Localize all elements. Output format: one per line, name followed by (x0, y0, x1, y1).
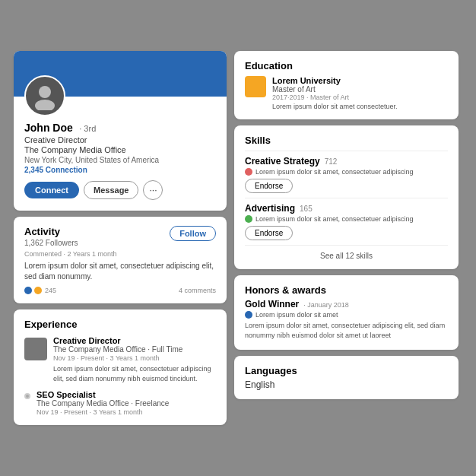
svg-point-1 (35, 100, 55, 110)
honor-award-title: Gold Winner (245, 299, 299, 309)
activity-footer: 245 4 comments (24, 287, 216, 294)
connect-button[interactable]: Connect (24, 182, 79, 198)
reaction-dots (24, 287, 42, 294)
skill-count-0: 712 (325, 157, 338, 166)
comments-count: 4 comments (179, 287, 216, 294)
profile-name-row: John Doe · 3rd (24, 121, 216, 135)
skill-desc-text-1: Lorem ipsum dolor sit amet, consectetuer… (255, 215, 414, 223)
skill-item-1: Advertising 165 Lorem ipsum dolor sit am… (245, 203, 448, 240)
activity-card: Activity 1,362 Followers Follow Commente… (14, 217, 227, 303)
honors-card: Honors & awards Gold Winner · January 20… (234, 275, 459, 349)
profile-location: New York City, United States of America (24, 156, 216, 164)
see-all-skills[interactable]: See all 12 skills (245, 252, 448, 260)
follow-button[interactable]: Follow (170, 226, 216, 241)
honor-short-desc: Lorem ipsum dolor sit amet (255, 311, 338, 319)
profile-connections[interactable]: 2,345 Connection (24, 166, 216, 174)
honor-item: Gold Winner · January 2018 Lorem ipsum d… (245, 299, 448, 340)
edu-school: Lorem University (272, 76, 398, 85)
profile-card: John Doe · 3rd Creative Director The Com… (14, 51, 227, 211)
experience-dot-1 (24, 393, 30, 399)
more-icon: ··· (149, 185, 157, 195)
activity-title: Activity (24, 226, 78, 237)
skill-desc-0: Lorem ipsum dolor sit amet, consectetuer… (245, 168, 448, 176)
experience-item-1: SEO Specialist The Company Media Office … (24, 390, 216, 416)
reaction-dot-blue (24, 287, 32, 294)
left-panel: John Doe · 3rd Creative Director The Com… (14, 51, 227, 424)
profile-actions: Connect Message ··· (24, 180, 216, 200)
languages-title: Languages (245, 365, 448, 376)
exp-date-1: Nov 19 · Present · 3 Years 1 month (36, 408, 169, 416)
skill-dot-red-0 (245, 168, 252, 176)
honor-date: · January 2018 (303, 301, 349, 309)
profile-title: Creative Director (24, 135, 216, 144)
skill-item-0: Creative Strategy 712 Lorem ipsum dolor … (245, 156, 448, 193)
skill-name-0: Creative Strategy (245, 156, 320, 167)
reaction-count: 245 (45, 287, 56, 294)
profile-degree: · 3rd (79, 124, 96, 133)
exp-job-title-1: SEO Specialist (36, 390, 169, 399)
exp-date-0: Nov 19 · Present · 3 Years 1 month (53, 354, 216, 362)
exp-company-0: The Company Media Office · Full Time (53, 345, 216, 354)
experience-title: Experience (24, 319, 216, 330)
message-button[interactable]: Message (84, 181, 138, 199)
exp-company-1: The Company Media Office · Freelance (36, 399, 169, 408)
honors-title: Honors & awards (245, 284, 448, 296)
edu-degree: Master of Art (272, 85, 398, 94)
endorse-button-0[interactable]: Endorse (245, 179, 293, 193)
edu-desc: Lorem ipsum dolor sit amet consectetuer. (272, 103, 398, 110)
skill-desc-1: Lorem ipsum dolor sit amet, consectetuer… (245, 215, 448, 223)
exp-job-title-0: Creative Director (53, 336, 216, 345)
profile-company: The Company Media Office (24, 145, 216, 154)
languages-card: Languages English (234, 356, 459, 399)
experience-item-0: Creative Director The Company Media Offi… (24, 336, 216, 383)
education-title: Education (245, 60, 448, 71)
svg-point-0 (39, 86, 51, 98)
profile-name: John Doe (24, 122, 73, 134)
avatar-wrap (24, 75, 216, 116)
more-button[interactable]: ··· (143, 180, 163, 200)
skills-title: Skills (245, 135, 448, 146)
skills-card: Skills Creative Strategy 712 Lorem ipsum… (234, 125, 459, 269)
activity-text: Lorem ipsum dolor sit amet, consectetuer… (24, 261, 216, 282)
activity-followers: 1,362 Followers (24, 239, 78, 247)
education-card: Education Lorem University Master of Art… (234, 51, 459, 119)
edu-date: 2017·2019 · Master of Art (272, 94, 398, 101)
skill-desc-text-0: Lorem ipsum dolor sit amet, consectetuer… (255, 168, 414, 176)
education-icon (245, 76, 266, 97)
exp-desc-0: Lorem ipsum dolor sit amet, consectetuer… (53, 364, 216, 383)
languages-value: English (245, 379, 448, 390)
honor-title-row: Gold Winner · January 2018 (245, 299, 448, 309)
skills-divider-1 (245, 198, 448, 198)
skill-dot-green-1 (245, 215, 252, 223)
avatar (24, 75, 65, 116)
experience-card: Experience Creative Director The Company… (14, 309, 227, 424)
education-item: Lorem University Master of Art 2017·2019… (245, 76, 448, 110)
skill-count-1: 165 (300, 205, 313, 213)
skills-divider-top (245, 151, 448, 151)
honor-long-desc: Lorem ipsum dolor sit amet, consectetuer… (245, 321, 448, 340)
skill-name-1: Advertising (245, 203, 295, 214)
skills-divider-bottom (245, 245, 448, 246)
right-panel: Education Lorem University Master of Art… (234, 51, 459, 424)
reaction-dot-orange (34, 287, 42, 294)
honor-dot-blue (245, 311, 252, 319)
endorse-button-1[interactable]: Endorse (245, 226, 293, 240)
honor-desc-row: Lorem ipsum dolor sit amet (245, 311, 448, 319)
activity-meta: Commented · 2 Years 1 month (24, 250, 216, 258)
experience-icon-0 (24, 338, 47, 360)
